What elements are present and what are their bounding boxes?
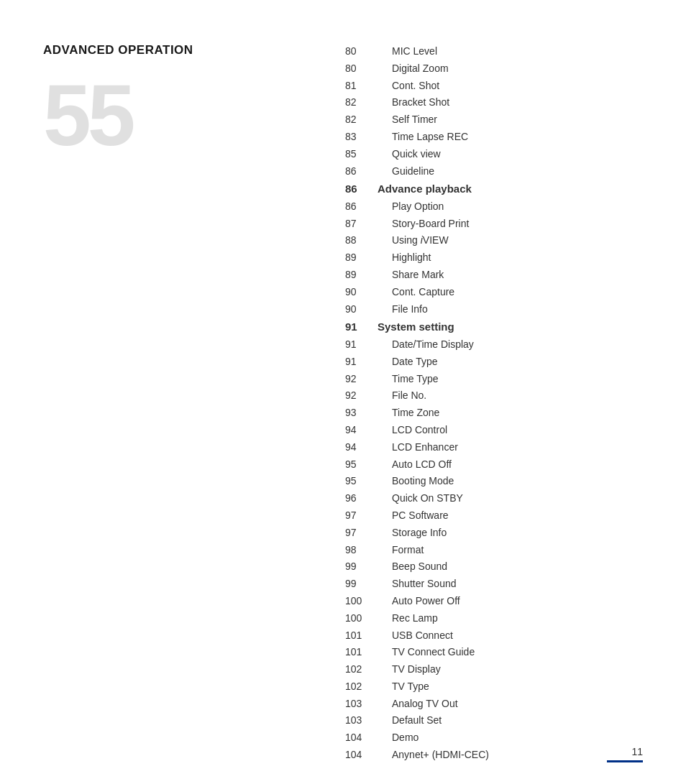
toc-label: Digital Zoom [378,60,662,78]
toc-label: Default Set [378,712,662,729]
toc-row: 99Beep Sound [345,558,662,576]
toc-label: Quick view [378,146,662,163]
toc-page-num: 89 [345,267,378,284]
toc-page-num: 91 [345,336,378,354]
toc-label: Using iVIEW [378,232,662,249]
toc-page-num: 90 [345,301,378,318]
toc-label: Beep Sound [378,558,662,576]
toc-label: TV Display [378,661,662,678]
toc-row: 91System setting [345,318,662,336]
toc-row: 81Cont. Shot [345,78,662,95]
toc-label: Analog TV Out [378,696,662,713]
toc-row: 89Share Mark [345,267,662,284]
toc-label: Cont. Shot [378,78,662,95]
toc-row: 87Story-Board Print [345,216,662,233]
left-section: ADVANCED OPERATION 55 [43,43,331,158]
toc-label: File No. [378,387,662,405]
toc-page-num: 96 [345,490,378,507]
toc-row: 99Shutter Sound [345,576,662,593]
toc-section: 80MIC Level80Digital Zoom81Cont. Shot82B… [345,43,662,764]
toc-label: Advance playback [378,180,662,198]
toc-label: Self Timer [378,111,662,129]
toc-label: Story-Board Print [378,216,662,233]
toc-row: 98Format [345,542,662,559]
toc-page-num: 92 [345,371,378,388]
toc-page-num: 80 [345,60,378,78]
toc-page-num: 82 [345,94,378,111]
page-footer: 11 [607,746,643,762]
toc-page-num: 95 [345,473,378,490]
toc-page-num: 102 [345,661,378,678]
toc-page-num: 99 [345,558,378,576]
toc-row: 86Guideline [345,163,662,180]
toc-row: 91Date/Time Display [345,336,662,354]
toc-page-num: 91 [345,354,378,371]
toc-label: LCD Control [378,422,662,439]
toc-label: Date Type [378,354,662,371]
toc-label: File Info [378,301,662,318]
toc-page-num: 98 [345,542,378,559]
toc-row: 104Demo [345,729,662,747]
toc-row: 80Digital Zoom [345,60,662,78]
toc-page-num: 86 [345,163,378,180]
toc-label: Quick On STBY [378,490,662,507]
toc-row: 103Default Set [345,712,662,729]
toc-page-num: 81 [345,78,378,95]
toc-page-num: 86 [345,180,378,198]
toc-row: 85Quick view [345,146,662,163]
toc-label: Shutter Sound [378,576,662,593]
toc-label: Auto Power Off [378,593,662,610]
toc-label: Date/Time Display [378,336,662,354]
toc-row: 82Bracket Shot [345,94,662,111]
toc-row: 93Time Zone [345,405,662,422]
toc-row: 95Booting Mode [345,473,662,490]
page-container: ADVANCED OPERATION 55 80MIC Level80Digit… [0,0,686,784]
section-title: ADVANCED OPERATION [43,43,331,57]
toc-row: 102TV Type [345,678,662,696]
toc-row: 82Self Timer [345,111,662,129]
toc-page-num: 89 [345,249,378,267]
page-number: 11 [631,746,643,757]
toc-label: Share Mark [378,267,662,284]
toc-page-num: 97 [345,525,378,542]
toc-label: Bracket Shot [378,94,662,111]
toc-label: Rec Lamp [378,610,662,627]
toc-page-num: 101 [345,644,378,661]
toc-row: 92File No. [345,387,662,405]
toc-row: 102TV Display [345,661,662,678]
toc-label: Play Option [378,198,662,216]
toc-table: 80MIC Level80Digital Zoom81Cont. Shot82B… [345,43,662,764]
toc-page-num: 93 [345,405,378,422]
toc-page-num: 85 [345,146,378,163]
toc-page-num: 83 [345,129,378,146]
toc-label: Storage Info [378,525,662,542]
toc-page-num: 101 [345,627,378,645]
toc-label: LCD Enhancer [378,439,662,456]
toc-page-num: 82 [345,111,378,129]
toc-row: 96Quick On STBY [345,490,662,507]
toc-page-num: 94 [345,439,378,456]
toc-row: 86Advance playback [345,180,662,198]
toc-label: Time Zone [378,405,662,422]
toc-row: 97Storage Info [345,525,662,542]
toc-page-num: 92 [345,387,378,405]
toc-label: TV Connect Guide [378,644,662,661]
toc-label: Booting Mode [378,473,662,490]
toc-row: 101USB Connect [345,627,662,645]
toc-page-num: 100 [345,593,378,610]
toc-page-num: 90 [345,284,378,301]
toc-page-num: 104 [345,729,378,747]
chapter-number: 55 [43,72,331,158]
toc-page-num: 94 [345,422,378,439]
toc-label: TV Type [378,678,662,696]
toc-row: 94LCD Control [345,422,662,439]
toc-row: 89Highlight [345,249,662,267]
toc-label: Auto LCD Off [378,456,662,474]
toc-page-num: 95 [345,456,378,474]
toc-label: Cont. Capture [378,284,662,301]
toc-row: 91Date Type [345,354,662,371]
toc-label: Time Type [378,371,662,388]
toc-label: System setting [378,318,662,336]
toc-page-num: 88 [345,232,378,249]
toc-row: 90Cont. Capture [345,284,662,301]
